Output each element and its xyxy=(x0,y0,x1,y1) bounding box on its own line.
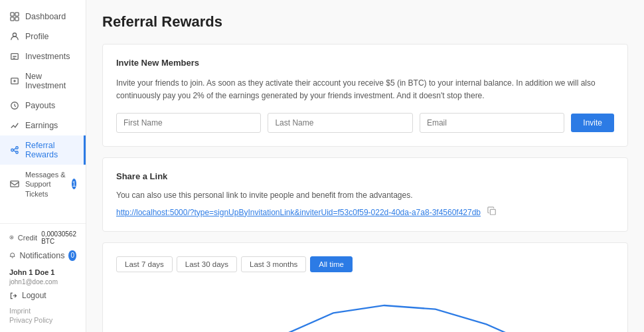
sidebar-item-dashboard-label: Dashboard xyxy=(25,12,66,21)
sidebar-item-profile-label: Profile xyxy=(25,32,48,41)
new-investment-icon xyxy=(9,76,20,86)
invite-button[interactable]: Invite xyxy=(571,114,614,132)
sidebar-item-dashboard[interactable]: Dashboard xyxy=(0,7,86,27)
filter-alltime[interactable]: All time xyxy=(310,256,353,272)
sidebar-item-earnings-label: Earnings xyxy=(25,121,58,130)
messages-icon xyxy=(9,179,20,189)
user-name: John 1 Doe 1 xyxy=(9,268,76,278)
chart-card: Last 7 days Last 30 days Last 3 months A… xyxy=(102,242,628,332)
svg-rect-1 xyxy=(15,13,19,16)
chart-svg xyxy=(116,283,614,332)
svg-rect-13 xyxy=(490,210,495,215)
copy-icon[interactable] xyxy=(487,207,497,218)
credit-icon xyxy=(9,233,14,242)
chart-controls: Last 7 days Last 30 days Last 3 months A… xyxy=(116,256,614,272)
messages-badge: 1 xyxy=(72,179,76,189)
invite-card: Invite New Members Invite your friends t… xyxy=(102,44,628,147)
sidebar-item-messages[interactable]: Messages & Support Tickets 1 xyxy=(0,165,86,204)
sidebar: Dashboard Profile Investments New Invest… xyxy=(0,0,86,332)
last-name-input[interactable] xyxy=(268,113,412,133)
earnings-icon xyxy=(9,121,20,130)
svg-point-9 xyxy=(16,147,19,149)
credit-label: Credit xyxy=(18,234,37,242)
logout-icon xyxy=(9,291,18,300)
sidebar-navigation: Dashboard Profile Investments New Invest… xyxy=(0,0,86,223)
user-info: John 1 Doe 1 john1@doe.com xyxy=(9,268,76,287)
svg-point-10 xyxy=(16,151,19,154)
filter-7days[interactable]: Last 7 days xyxy=(116,256,173,272)
imprint-link[interactable]: Imprint xyxy=(9,307,76,315)
profile-icon xyxy=(9,32,20,41)
investments-icon xyxy=(9,52,20,61)
logout-label: Logout xyxy=(22,291,46,300)
svg-rect-3 xyxy=(15,17,19,21)
sidebar-item-referral-rewards[interactable]: Referral Rewards xyxy=(0,135,86,165)
sidebar-item-new-investment-label: New Investment xyxy=(25,72,76,90)
referral-icon xyxy=(9,145,20,155)
first-name-input[interactable] xyxy=(116,113,261,133)
email-input[interactable] xyxy=(420,113,564,133)
sidebar-item-payouts-label: Payouts xyxy=(25,101,55,110)
credit-value: 0,00030562 BTC xyxy=(41,230,76,245)
page-title: Referral Rewards xyxy=(102,13,628,31)
notifications-label: Notifications xyxy=(19,251,64,260)
svg-point-8 xyxy=(11,149,14,151)
chart-container: 0 xyxy=(116,283,614,332)
svg-rect-2 xyxy=(11,17,14,21)
sidebar-item-investments-label: Investments xyxy=(25,52,70,61)
svg-rect-11 xyxy=(11,181,19,187)
filter-3months[interactable]: Last 3 months xyxy=(241,256,306,272)
bell-icon xyxy=(9,251,15,260)
notifications-row[interactable]: Notifications 0 xyxy=(9,250,76,261)
share-link[interactable]: http://localhost:5000/?type=signUpByInvi… xyxy=(116,208,481,217)
sidebar-item-new-investment[interactable]: New Investment xyxy=(0,66,86,96)
privacy-link[interactable]: Privacy Policy xyxy=(9,316,76,324)
footer-links: Imprint Privacy Policy xyxy=(9,307,76,324)
svg-point-4 xyxy=(13,33,16,37)
share-card-title: Share a Link xyxy=(116,171,614,181)
sidebar-item-messages-label: Messages & Support Tickets xyxy=(25,170,66,199)
user-email: john1@doe.com xyxy=(9,278,76,287)
svg-rect-0 xyxy=(11,13,14,16)
invite-description: Invite your friends to join. As soon as … xyxy=(116,77,614,102)
sidebar-item-earnings[interactable]: Earnings xyxy=(0,116,86,135)
sidebar-item-investments[interactable]: Investments xyxy=(0,46,86,66)
sidebar-footer: Credit 0,00030562 BTC Notifications 0 Jo… xyxy=(0,223,86,332)
link-description: You can also use this personal link to i… xyxy=(116,191,614,200)
credit-row: Credit 0,00030562 BTC xyxy=(9,230,76,245)
dashboard-icon xyxy=(9,12,20,21)
share-card: Share a Link You can also use this perso… xyxy=(102,157,628,232)
sidebar-item-referral-rewards-label: Referral Rewards xyxy=(25,141,74,159)
sidebar-item-payouts[interactable]: Payouts xyxy=(0,96,86,116)
filter-30days[interactable]: Last 30 days xyxy=(177,256,237,272)
invite-form: Invite xyxy=(116,113,614,133)
payouts-icon xyxy=(9,101,20,110)
sidebar-item-profile[interactable]: Profile xyxy=(0,27,86,46)
logout-row[interactable]: Logout xyxy=(9,291,76,300)
invite-card-title: Invite New Members xyxy=(116,58,614,68)
main-content: Referral Rewards Invite New Members Invi… xyxy=(86,0,644,332)
notifications-badge: 0 xyxy=(68,250,76,261)
